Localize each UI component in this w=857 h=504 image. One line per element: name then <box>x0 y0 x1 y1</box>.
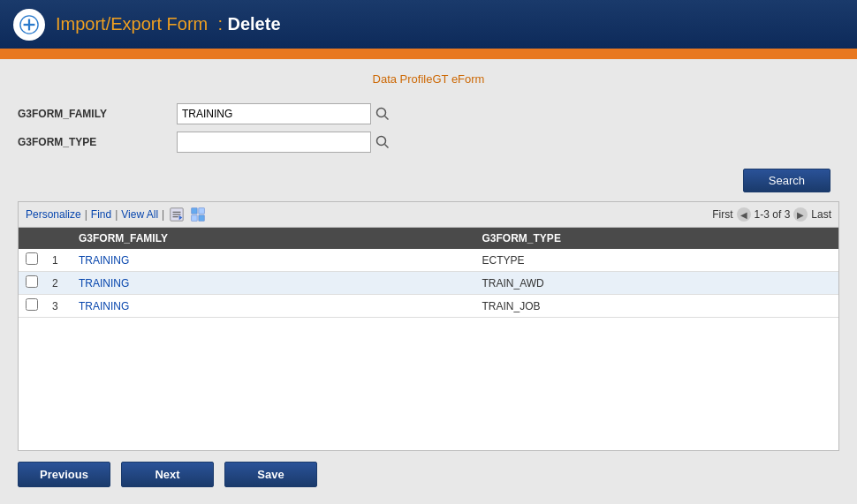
row2-checkbox-cell[interactable] <box>19 272 45 295</box>
svg-rect-15 <box>199 215 204 221</box>
svg-point-5 <box>377 137 386 146</box>
svg-point-3 <box>377 109 386 117</box>
form-row-type: G3FORM_TYPE <box>18 132 839 153</box>
form-section: G3FORM_FAMILY G3FORM_TYPE <box>18 103 839 160</box>
col-num <box>45 228 72 249</box>
row1-checkbox[interactable] <box>26 252 38 265</box>
header-action-text: Delete <box>228 14 281 34</box>
row3-checkbox[interactable] <box>26 298 38 311</box>
svg-rect-14 <box>192 215 197 221</box>
page-header: Import/Export Form : Delete <box>0 0 857 49</box>
table-section: Personalize | Find | View All | <box>18 201 839 451</box>
page-range: 1-3 of 3 <box>755 208 791 221</box>
table-row: 1 TRAINING ECTYPE <box>19 249 838 272</box>
g3form-type-input[interactable] <box>177 132 371 153</box>
find-link[interactable]: Find <box>91 208 111 221</box>
svg-line-6 <box>385 145 389 148</box>
svg-rect-12 <box>192 208 197 214</box>
g3form-family-wrap <box>177 103 391 124</box>
table-row: 2 TRAINING TRAIN_AWD <box>19 272 838 295</box>
row2-family[interactable]: TRAINING <box>72 272 475 295</box>
previous-button[interactable]: Previous <box>18 462 110 487</box>
view-all-link[interactable]: View All <box>121 208 158 221</box>
row1-num: 1 <box>45 249 72 272</box>
table-toolbar: Personalize | Find | View All | <box>19 202 838 228</box>
row2-type: TRAIN_AWD <box>475 272 838 295</box>
results-table: G3FORM_FAMILY G3FORM_TYPE 1 TRAINING ECT… <box>19 228 838 318</box>
page-title: Import/Export Form : Delete <box>56 14 281 34</box>
personalize-link[interactable]: Personalize <box>26 208 81 221</box>
plus-icon <box>13 9 45 41</box>
col-checkbox <box>19 228 45 249</box>
search-button-area: Search <box>18 169 839 192</box>
subtitle: Data ProfileGT eForm <box>18 72 839 86</box>
row1-checkbox-cell[interactable] <box>19 249 45 272</box>
svg-line-4 <box>385 117 389 120</box>
save-button[interactable]: Save <box>224 462 317 487</box>
g3form-type-label: G3FORM_TYPE <box>18 136 177 148</box>
row3-checkbox-cell[interactable] <box>19 295 45 318</box>
prev-page-btn[interactable]: ◀ <box>737 207 751 222</box>
svg-rect-13 <box>199 208 204 214</box>
pagination-info: First ◀ 1-3 of 3 ▶ Last <box>712 207 831 222</box>
grid-icon-btn[interactable] <box>189 206 207 223</box>
bottom-buttons: Previous Next Save <box>18 451 839 491</box>
first-label: First <box>712 208 732 221</box>
g3form-family-label: G3FORM_FAMILY <box>18 108 177 120</box>
row2-checkbox[interactable] <box>26 275 38 288</box>
next-page-btn[interactable]: ▶ <box>793 207 808 222</box>
table-header-row: G3FORM_FAMILY G3FORM_TYPE <box>19 228 838 249</box>
row3-family[interactable]: TRAINING <box>72 295 475 318</box>
g3form-type-search-icon[interactable] <box>375 134 391 150</box>
row2-num: 2 <box>45 272 72 295</box>
row3-type: TRAIN_JOB <box>475 295 838 318</box>
row1-type: ECTYPE <box>475 249 838 272</box>
form-row-family: G3FORM_FAMILY <box>18 103 839 124</box>
col-type: G3FORM_TYPE <box>475 228 838 249</box>
export-icon-btn[interactable] <box>168 206 186 223</box>
orange-bar <box>0 49 857 59</box>
g3form-family-search-icon[interactable] <box>375 106 391 122</box>
search-button[interactable]: Search <box>743 169 830 192</box>
header-title-text: Import/Export Form <box>56 14 208 34</box>
row1-family[interactable]: TRAINING <box>72 249 475 272</box>
row3-num: 3 <box>45 295 72 318</box>
col-family: G3FORM_FAMILY <box>72 228 475 249</box>
g3form-family-input[interactable] <box>177 103 371 124</box>
main-content: Data ProfileGT eForm G3FORM_FAMILY G3FOR… <box>0 59 857 504</box>
next-button[interactable]: Next <box>121 462 214 487</box>
last-label: Last <box>811 208 831 221</box>
g3form-type-wrap <box>177 132 391 153</box>
table-row: 3 TRAINING TRAIN_JOB <box>19 295 838 318</box>
